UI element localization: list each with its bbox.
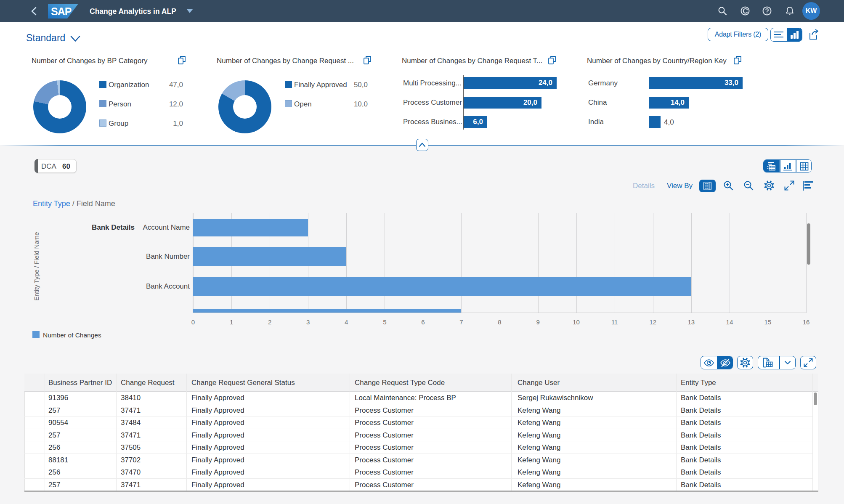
svg-text:SAP: SAP	[51, 5, 72, 17]
